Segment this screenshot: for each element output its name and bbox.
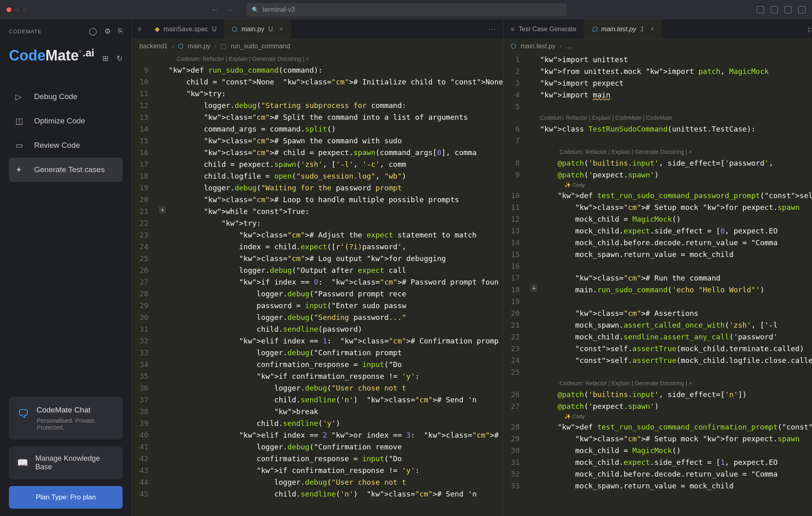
tab-main-py[interactable]: ⬡ main.py U × — [225, 19, 291, 39]
code-line[interactable]: 13 "kw">class="cm"># Split the command i… — [132, 111, 503, 123]
code-line[interactable]: 20 "kw">class="cm"># Assertions — [503, 307, 812, 319]
code-line[interactable]: 14 command_args = command.split() — [132, 123, 503, 135]
command-center[interactable]: 🔍 terminal-v3 — [246, 3, 567, 16]
code-line[interactable]: 27 @patch('pexpect.spawn') — [503, 400, 812, 412]
code-line[interactable]: 9"kw">def run_sudo_command(command): — [132, 64, 503, 76]
panel-left-icon[interactable] — [757, 6, 764, 13]
code-line[interactable]: 32 mock_child.before.decode.return_value… — [503, 468, 812, 480]
code-line[interactable]: 35 "kw">if confirmation_response != 'y': — [132, 370, 503, 382]
fold-plus-icon[interactable] — [160, 205, 168, 217]
code-line[interactable]: 27 "kw">if index == 0: "kw">class="cm">#… — [132, 276, 503, 288]
code-line[interactable]: 28 logger.debug("Password prompt rece — [132, 288, 503, 300]
code-line[interactable]: 24 "const">self.assertTrue(mock_child.lo… — [503, 354, 812, 366]
code-line[interactable]: 24 index = child.expect([r'(?i)password'… — [132, 241, 503, 253]
code-line[interactable]: 36 logger.debug("User chose not t — [132, 382, 503, 394]
code-line[interactable]: 40 "kw">elif index == 2 "kw">or index ==… — [132, 429, 503, 441]
code-line[interactable]: 21 "kw">while "const">True: — [132, 205, 503, 217]
code-line[interactable]: 12 mock_child = MagicMock() — [503, 213, 812, 225]
close-tab-icon[interactable]: × — [279, 26, 283, 33]
code-line[interactable]: 42 confirmation_response = input("Do — [132, 453, 503, 464]
code-line[interactable]: 18 main.run_sudo_command('echo "Hello Wo… — [503, 284, 812, 296]
code-line[interactable]: 45 child.sendline('n') "kw">class="cm">#… — [132, 488, 503, 500]
codelens[interactable]: Codeium: Refactor | Explain | Generate D… — [503, 147, 812, 157]
codemate-chat-card[interactable]: 🗨 CodeMate Chat Personalised. Private. P… — [9, 397, 123, 440]
code-line[interactable]: 10 child = "const">None "kw">class="cm">… — [132, 76, 503, 88]
code-line[interactable]: 16 — [503, 260, 812, 272]
code-line[interactable]: 31 mock_child.expect.side_effect = [1, p… — [503, 456, 812, 468]
code-line[interactable]: 19 logger.debug("Waiting for the passwor… — [132, 182, 503, 194]
more-actions-icon[interactable]: ⋯ — [488, 25, 496, 34]
settings-gear-icon[interactable]: ⚙ — [104, 27, 111, 36]
account-icon[interactable]: ◯ — [89, 27, 97, 36]
code-line[interactable]: 29 password = input("Enter sudo passw — [132, 300, 503, 311]
tab-main-test-py[interactable]: ⬡ main.test.py 1 × — [584, 19, 662, 39]
cody-hint[interactable]: Cody — [503, 181, 812, 190]
code-line[interactable]: 17 child = pexpect.spawn('zsh', ['-l', '… — [132, 158, 503, 170]
layout-grid-icon[interactable] — [798, 6, 806, 13]
code-line[interactable]: 21 mock_spawn.assert_called_once_with('z… — [503, 319, 812, 331]
code-line[interactable]: 22 "kw">try: — [132, 217, 503, 229]
sidebar-item-debug[interactable]: ▷ Debug Code — [9, 84, 123, 109]
code-line[interactable]: 15 mock_spawn.return_value = mock_child — [503, 248, 812, 260]
code-line[interactable]: 14 mock_child.before.decode.return_value… — [503, 237, 812, 248]
code-line[interactable]: 26 logger.debug("Output after expect cal… — [132, 264, 503, 276]
close-tab-icon[interactable]: × — [650, 26, 654, 33]
code-editor-right[interactable]: 1"kw">import unittest2"kw">from unittest… — [503, 54, 812, 516]
code-line[interactable]: 20 "kw">class="cm"># Loop to handle mult… — [132, 194, 503, 205]
forward-button[interactable]: → — [226, 6, 233, 14]
code-line[interactable]: 15 "kw">class="cm"># Spawn the command w… — [132, 135, 503, 147]
code-line[interactable]: 23 "const">self.assertTrue(mock_child.te… — [503, 343, 812, 354]
code-line[interactable]: 6"kw">class TestRunSudoCommand(unittest.… — [503, 123, 812, 135]
breadcrumb-left[interactable]: backend1 › ⬡ main.py › ⬚ run_sudo_comman… — [132, 39, 503, 54]
code-line[interactable]: 26 @patch('builtins.input', side_effect=… — [503, 389, 812, 400]
logout-icon[interactable]: ⎘ — [118, 27, 123, 36]
run-icon[interactable]: ▷ — [808, 25, 812, 34]
back-button[interactable]: ← — [211, 6, 218, 14]
code-line[interactable]: 31 child.sendline(password) — [132, 323, 503, 335]
code-line[interactable]: 25 "kw">class="cm"># Log output "kw">for… — [132, 253, 503, 264]
code-line[interactable]: 18 child.logfile = open("sudo_session.lo… — [132, 170, 503, 182]
cody-hint[interactable]: Cody — [503, 412, 812, 421]
code-line[interactable]: 16 "kw">class="cm"># child = pexpect.spa… — [132, 147, 503, 158]
maximize-window-icon[interactable] — [23, 7, 28, 12]
code-line[interactable]: 30 logger.debug("Sending password..." — [132, 311, 503, 323]
fold-plus-icon[interactable] — [531, 284, 540, 296]
code-line[interactable]: 8 @patch('builtins.input', side_effect=[… — [503, 157, 812, 169]
add-icon[interactable]: ⊞ — [102, 54, 108, 63]
panel-right-icon[interactable] — [784, 6, 792, 13]
code-line[interactable]: 22 mock_child.sendline.assert_any_call('… — [503, 331, 812, 343]
breadcrumb-right[interactable]: ⬡ main.test.py › ... — [503, 39, 812, 54]
code-line[interactable]: 5 — [503, 101, 812, 112]
code-line[interactable]: 1"kw">import unittest — [503, 54, 812, 65]
code-line[interactable]: 11 "kw">try: — [132, 88, 503, 99]
code-line[interactable]: 33 logger.debug("Confirmation prompt — [132, 347, 503, 358]
tab-mainsave-spec[interactable]: ◆ mainSave.spec U — [147, 19, 225, 39]
code-line[interactable]: 30 mock_child = MagicMock() — [503, 445, 812, 456]
code-line[interactable]: 23 "kw">class="cm"># Adjust the expect s… — [132, 229, 503, 241]
code-line[interactable]: 25 — [503, 366, 812, 378]
close-window-icon[interactable] — [6, 7, 11, 12]
knowledge-base-card[interactable]: 📖 Manage Knowledge Base — [9, 446, 123, 479]
sidebar-item-optimize[interactable]: ◫ Optimize Code — [9, 109, 123, 133]
code-line[interactable]: 17 "kw">class="cm"># Run the command — [503, 272, 812, 284]
code-line[interactable]: 38 "kw">break — [132, 406, 503, 417]
sidebar-item-generate-tests[interactable]: ✦ Generate Test cases — [9, 158, 123, 182]
code-line[interactable]: 10 "kw">def test_run_sudo_command_passwo… — [503, 190, 812, 201]
code-line[interactable]: 4"kw">import main — [503, 89, 812, 101]
code-editor-left[interactable]: Codeium: Refactor | Explain | Generate D… — [132, 54, 503, 516]
code-line[interactable]: 39 child.sendline('y') — [132, 417, 503, 429]
code-line[interactable]: 33 mock_spawn.return_value = mock_child — [503, 480, 812, 492]
codelens[interactable]: Codeium: Refactor | Explain | Generate D… — [132, 54, 503, 64]
code-line[interactable]: 43 "kw">if confirmation_response != 'y': — [132, 464, 503, 476]
code-line[interactable]: 41 logger.debug("Confirmation remove — [132, 441, 503, 453]
code-line[interactable]: 37 child.sendline('n') "kw">class="cm">#… — [132, 394, 503, 406]
code-line[interactable]: 34 confirmation_response = input("Do — [132, 358, 503, 370]
code-line[interactable]: 28 "kw">def test_run_sudo_command_confir… — [503, 421, 812, 433]
codelens[interactable]: Codeium: Refactor | Explain | Generate D… — [503, 378, 812, 389]
code-line[interactable]: 7 — [503, 135, 812, 147]
code-line[interactable]: 9 @patch('pexpect.spawn') — [503, 169, 812, 181]
plan-button[interactable]: Plan Type: Pro plan — [9, 486, 123, 509]
code-line[interactable]: 32 "kw">elif index == 1: "kw">class="cm"… — [132, 335, 503, 347]
code-line[interactable]: 19 — [503, 296, 812, 307]
minimize-window-icon[interactable] — [15, 7, 19, 12]
